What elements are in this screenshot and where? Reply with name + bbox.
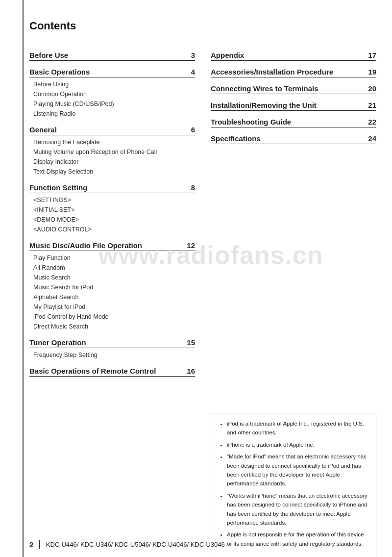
section-heading: Music Disc/Audio File Operation12 [29,241,195,251]
section-page-number: 3 [191,51,195,59]
section-heading-text: Basic Operations [29,68,90,76]
section-heading-text: General [29,126,57,134]
sub-item: Muting Volume upon Reception of Phone Ca… [33,147,195,157]
sub-item: Text Display Selection [33,167,195,177]
footer-model: KDC-U446/ KDC-U346/ KDC-U5046/ KDC-U4046… [46,541,225,548]
sub-item: <AUDIO CONTROL> [33,225,195,234]
section-basic-operations-of-remote-control: Basic Operations of Remote Control16 [29,367,195,377]
sub-item: <INITIAL SET> [33,205,195,215]
sub-item: <DEMO MODE> [33,215,195,225]
section-heading: Accessories/Installation Procedure19 [211,68,376,77]
section-heading: General6 [29,126,195,135]
content: Contents Before Use3Basic Operations4Bef… [29,0,376,557]
section-sub-items: Before UsingCommon OperationPlaying Musi… [33,79,195,119]
section-appendix: Appendix17 [211,51,376,61]
section-page-number: 22 [368,118,376,126]
section-heading: Basic Operations of Remote Control16 [29,367,195,377]
sub-item: Alphabet Search [33,292,195,302]
sub-item: Music Search for iPod [33,282,195,292]
notice-item: "Made for iPod" means that an electronic… [227,452,368,488]
section-page-number: 20 [368,84,376,93]
section-page-number: 15 [187,338,195,347]
sub-item: My Playlist for iPod [33,302,195,312]
section-specifications: Specifications24 [211,134,376,144]
section-page-number: 17 [368,51,376,59]
section-page-number: 24 [368,134,376,143]
sub-item: iPod Control by Hand Mode [33,312,195,322]
section-accessoriesinstallation-procedure: Accessories/Installation Procedure19 [211,68,376,77]
section-before-use: Before Use3 [29,51,195,61]
section-heading-text: Appendix [211,51,244,59]
section-heading-text: Tuner Operation [29,338,86,347]
section-heading-text: Function Setting [29,183,87,192]
section-sub-items: <SETTINGS><INITIAL SET><DEMO MODE><AUDIO… [33,195,195,234]
sub-item: All Random [33,263,195,273]
section-troubleshooting-guide: Troubleshooting Guide22 [211,118,376,127]
sub-item: Display Indicator [33,157,195,167]
right-column: Appendix17Accessories/Installation Proce… [211,44,376,379]
section-heading-text: Connecting Wires to Terminals [211,84,318,93]
section-music-discaudio-file-operation: Music Disc/Audio File Operation12Play Fu… [29,241,195,331]
notice-box: iPod is a trademark of Apple Inc., regis… [210,413,376,557]
sub-item: Direct Music Search [33,322,195,331]
section-sub-items: Removing the FaceplateMuting Volume upon… [33,137,195,177]
section-heading: Function Setting8 [29,183,195,193]
sub-item: Listening Radio [33,109,195,119]
sub-item: Common Operation [33,89,195,99]
section-function-setting: Function Setting8<SETTINGS><INITIAL SET>… [29,183,195,234]
section-sub-items: Frequency Step Setting [33,350,195,360]
section-heading-text: Accessories/Installation Procedure [211,68,333,76]
section-general: General6Removing the FaceplateMuting Vol… [29,126,195,177]
sub-item: <SETTINGS> [33,195,195,205]
section-heading: Connecting Wires to Terminals20 [211,84,376,94]
section-installationremoving-the-unit: Installation/Removing the Unit21 [211,101,376,111]
section-heading: Installation/Removing the Unit21 [211,101,376,111]
section-page-number: 19 [368,68,376,76]
sub-item: Music Search [33,273,195,282]
section-heading: Basic Operations4 [29,68,195,77]
section-basic-operations: Basic Operations4Before UsingCommon Oper… [29,68,195,119]
footer-divider [39,540,40,549]
two-column-layout: Before Use3Basic Operations4Before Using… [29,44,376,379]
section-connecting-wires-to-terminals: Connecting Wires to Terminals20 [211,84,376,94]
section-sub-items: Play FunctionAll RandomMusic SearchMusic… [33,253,195,331]
notice-list: iPod is a trademark of Apple Inc., regis… [218,419,368,548]
section-page-number: 4 [191,68,195,76]
section-tuner-operation: Tuner Operation15Frequency Step Setting [29,338,195,360]
footer: 2 KDC-U446/ KDC-U346/ KDC-U5046/ KDC-U40… [0,540,392,549]
section-page-number: 16 [187,367,195,375]
page-title: Contents [29,20,376,32]
section-page-number: 12 [187,241,195,250]
section-heading: Troubleshooting Guide22 [211,118,376,127]
section-heading-text: Music Disc/Audio File Operation [29,241,142,250]
footer-page-number: 2 [29,540,33,549]
section-heading: Specifications24 [211,134,376,144]
notice-item: "Works with iPhone" means that an electr… [227,491,368,528]
section-page-number: 8 [191,183,195,192]
section-heading: Appendix17 [211,51,376,61]
section-heading-text: Before Use [29,51,68,59]
sub-item: Frequency Step Setting [33,350,195,360]
notice-item: iPod is a trademark of Apple Inc., regis… [227,419,368,437]
section-heading-text: Troubleshooting Guide [211,118,291,126]
section-heading: Before Use3 [29,51,195,61]
sub-item: Before Using [33,79,195,89]
sub-item: Playing Music (CD/USB/iPod) [33,99,195,109]
left-bar [0,0,24,557]
section-heading-text: Installation/Removing the Unit [211,101,317,109]
section-heading-text: Specifications [211,134,261,143]
section-heading: Tuner Operation15 [29,338,195,348]
sub-item: Play Function [33,253,195,263]
section-page-number: 6 [191,126,195,134]
left-column: Before Use3Basic Operations4Before Using… [29,44,195,379]
sub-item: Removing the Faceplate [33,137,195,147]
page: Contents Before Use3Basic Operations4Bef… [0,0,392,557]
notice-item: iPhone is a trademark of Apple Inc. [227,440,368,449]
section-page-number: 21 [368,101,376,109]
section-heading-text: Basic Operations of Remote Control [29,367,156,375]
